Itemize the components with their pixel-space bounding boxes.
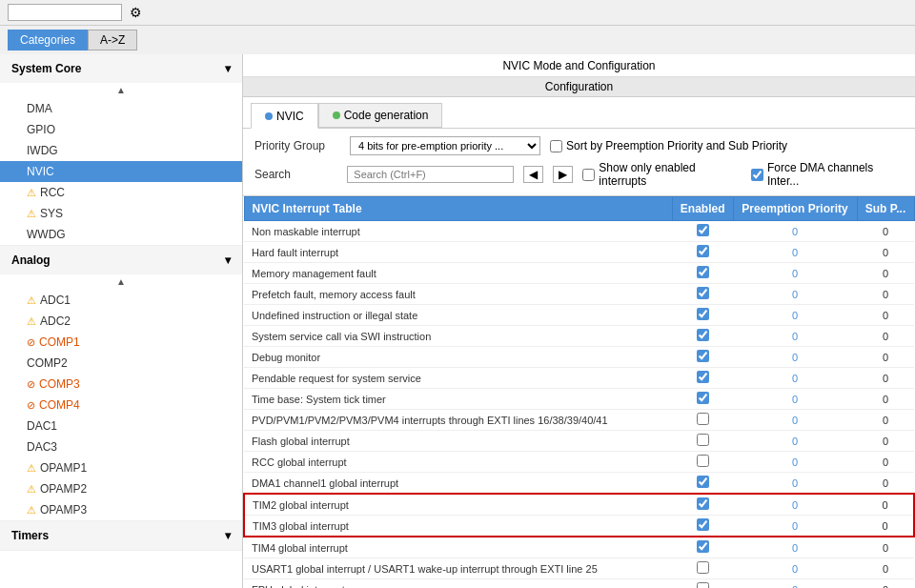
warning-icon-sys: ⚠: [27, 208, 36, 220]
enabled-cell[interactable]: [672, 452, 733, 473]
enabled-checkbox[interactable]: [697, 371, 709, 383]
enabled-cell[interactable]: [672, 347, 733, 368]
sidebar-item-comp2[interactable]: COMP2: [0, 353, 242, 374]
sidebar-section-header-system-core[interactable]: System Core ▾: [0, 54, 242, 83]
enabled-cell[interactable]: [672, 284, 733, 305]
enabled-cell[interactable]: [672, 263, 733, 284]
sidebar-item-nvic[interactable]: NVIC: [0, 161, 242, 182]
enabled-checkbox[interactable]: [697, 308, 709, 320]
enabled-checkbox[interactable]: [697, 350, 709, 362]
sidebar-item-opamp1[interactable]: ⚠ OPAMP1: [0, 457, 242, 478]
sidebar-item-wwdg[interactable]: WWDG: [0, 224, 242, 245]
interrupt-name-cell: USART1 global interrupt / USART1 wake-up…: [244, 558, 672, 579]
sidebar-item-dac1[interactable]: DAC1: [0, 416, 242, 436]
preemption-priority-cell: 0: [733, 263, 857, 284]
enabled-cell[interactable]: [672, 221, 733, 242]
enabled-checkbox[interactable]: [697, 476, 709, 488]
tab-nvic[interactable]: NVIC: [251, 103, 318, 129]
sidebar-item-comp3[interactable]: ⊘ COMP3: [0, 374, 242, 395]
nvic-interrupt-table: NVIC Interrupt Table Enabled Preemption …: [243, 196, 915, 588]
interrupt-name-cell: System service call via SWI instruction: [244, 326, 672, 347]
right-content: NVIC Mode and Configuration Configuratio…: [243, 54, 915, 588]
show-only-label: Show only enabled interrupts: [582, 161, 742, 188]
enabled-checkbox[interactable]: [697, 540, 709, 553]
show-only-checkbox[interactable]: [582, 169, 595, 181]
analog-scroll-up[interactable]: ▲: [0, 274, 242, 290]
sub-priority-cell: 0: [857, 263, 914, 284]
enabled-cell[interactable]: [672, 368, 733, 389]
enabled-checkbox[interactable]: [697, 245, 709, 257]
enabled-cell[interactable]: [672, 326, 733, 347]
page-title: NVIC Mode and Configuration: [502, 59, 655, 72]
enabled-cell[interactable]: [672, 242, 733, 263]
enabled-checkbox[interactable]: [697, 266, 709, 278]
enabled-cell[interactable]: [672, 473, 733, 495]
gear-icon[interactable]: ⚙: [130, 5, 142, 20]
force-dma-checkbox[interactable]: [751, 169, 763, 181]
sidebar-section-header-timers[interactable]: Timers ▾: [0, 521, 242, 550]
sub-priority-cell: 0: [857, 410, 914, 431]
sidebar-item-opamp3[interactable]: ⚠ OPAMP3: [0, 499, 242, 520]
tab-categories[interactable]: Categories: [8, 30, 88, 51]
enabled-checkbox[interactable]: [697, 329, 709, 341]
enabled-cell[interactable]: [672, 558, 733, 579]
preemption-priority-cell: 0: [733, 558, 857, 579]
sidebar-item-dma[interactable]: DMA: [0, 98, 242, 119]
enabled-checkbox[interactable]: [697, 392, 709, 404]
sub-priority-cell: 0: [857, 242, 914, 263]
table-row: Prefetch fault, memory access fault00: [244, 284, 914, 305]
preemption-priority-cell: 0: [733, 368, 857, 389]
sidebar-item-dac3[interactable]: DAC3: [0, 436, 242, 457]
enabled-cell[interactable]: [672, 389, 733, 410]
enabled-cell[interactable]: [672, 410, 733, 431]
table-row: FPU global interrupt00: [244, 579, 914, 589]
top-search-input[interactable]: [12, 7, 98, 18]
enabled-cell[interactable]: [672, 579, 733, 589]
enabled-cell[interactable]: [672, 516, 733, 537]
interrupt-name-cell: Time base: System tick timer: [244, 389, 672, 410]
enabled-checkbox[interactable]: [697, 434, 709, 446]
sidebar-item-sys[interactable]: ⚠ SYS: [0, 203, 242, 224]
enabled-checkbox[interactable]: [697, 455, 709, 467]
search-next-button[interactable]: ▶: [553, 166, 573, 183]
preemption-priority-cell: 0: [733, 305, 857, 326]
enabled-checkbox[interactable]: [697, 518, 709, 531]
table-row: Pendable request for system service00: [244, 368, 914, 389]
top-search-box[interactable]: [8, 4, 122, 21]
sub-priority-cell: 0: [857, 579, 914, 589]
sidebar-item-rcc[interactable]: ⚠ RCC: [0, 182, 242, 203]
enabled-cell[interactable]: [672, 537, 733, 558]
enabled-cell[interactable]: [672, 431, 733, 452]
sidebar-item-opamp2[interactable]: ⚠ OPAMP2: [0, 478, 242, 499]
table-row: System service call via SWI instruction0…: [244, 326, 914, 347]
enabled-checkbox[interactable]: [697, 413, 709, 425]
table-row: TIM3 global interrupt00: [244, 516, 914, 537]
enabled-checkbox[interactable]: [697, 497, 709, 510]
sidebar-section-header-analog[interactable]: Analog ▾: [0, 246, 242, 274]
tab-code-generation[interactable]: Code generation: [318, 103, 443, 128]
sidebar-item-comp4[interactable]: ⊘ COMP4: [0, 395, 242, 416]
enabled-checkbox[interactable]: [697, 561, 709, 574]
enabled-checkbox[interactable]: [697, 287, 709, 299]
priority-group-row: Priority Group 4 bits for pre-emption pr…: [254, 136, 904, 155]
enabled-checkbox[interactable]: [697, 224, 709, 236]
priority-group-select[interactable]: 4 bits for pre-emption priority ...: [350, 136, 540, 155]
enabled-checkbox[interactable]: [697, 582, 709, 588]
sub-priority-cell: 0: [857, 558, 914, 579]
sidebar-item-adc1[interactable]: ⚠ ADC1: [0, 290, 242, 311]
sidebar-scroll-up[interactable]: ▲: [0, 83, 242, 98]
tab-az[interactable]: A->Z: [88, 30, 137, 51]
enabled-cell[interactable]: [672, 494, 733, 516]
sidebar-item-gpio[interactable]: GPIO: [0, 119, 242, 140]
table-row: TIM4 global interrupt00: [244, 537, 914, 558]
sidebar-item-iwdg[interactable]: IWDG: [0, 140, 242, 161]
timers-label: Timers: [11, 529, 49, 542]
sidebar-item-comp1[interactable]: ⊘ COMP1: [0, 332, 242, 353]
search-prev-button[interactable]: ◀: [523, 166, 543, 183]
sub-priority-cell: 0: [857, 305, 914, 326]
enabled-cell[interactable]: [672, 305, 733, 326]
search-input[interactable]: [347, 166, 514, 183]
sort-checkbox[interactable]: [550, 140, 562, 152]
sidebar-item-adc2[interactable]: ⚠ ADC2: [0, 311, 242, 332]
sub-priority-cell: 0: [857, 284, 914, 305]
